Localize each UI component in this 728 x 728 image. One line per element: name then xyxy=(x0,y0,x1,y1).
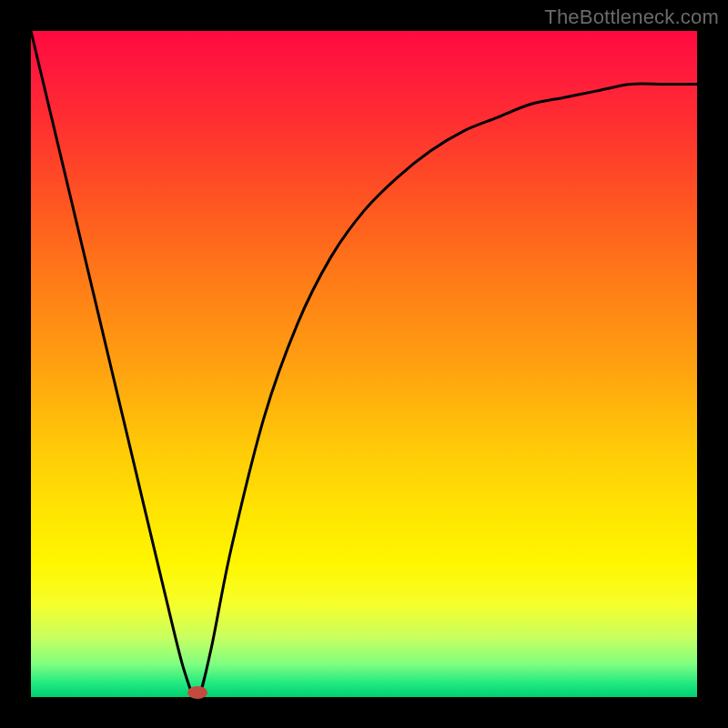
min-marker xyxy=(187,686,207,699)
plot-area xyxy=(31,31,697,697)
chart-frame: TheBottleneck.com xyxy=(0,0,728,728)
bottleneck-curve xyxy=(31,31,697,698)
watermark-text: TheBottleneck.com xyxy=(544,5,719,29)
curve-layer xyxy=(31,31,697,697)
